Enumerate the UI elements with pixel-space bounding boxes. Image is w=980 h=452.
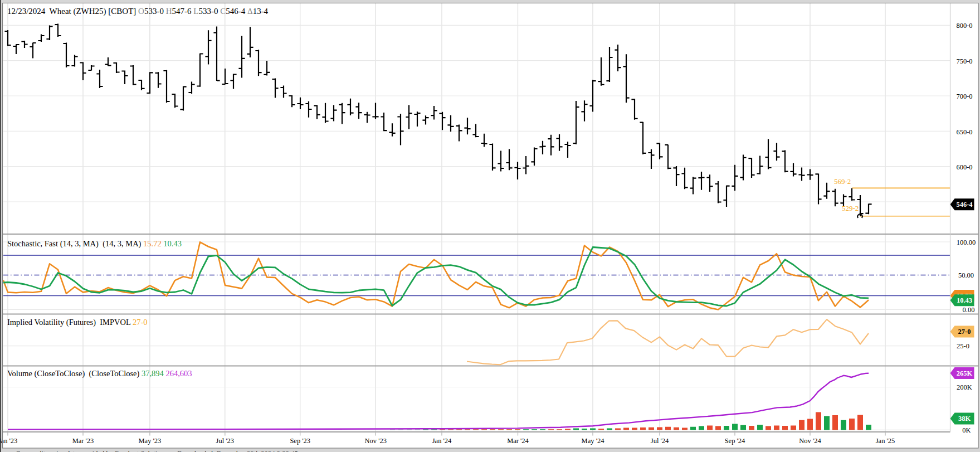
svg-text:800-0: 800-0	[956, 22, 972, 30]
svg-text:0.00: 0.00	[963, 306, 975, 314]
svg-text:Implied Volatility (Futures): Implied Volatility (Futures) IMPVOL 27-0	[7, 318, 147, 327]
svg-text:Mar '23: Mar '23	[72, 437, 94, 445]
svg-text:Nov '24: Nov '24	[799, 437, 821, 445]
svg-text:Jul '24: Jul '24	[651, 437, 669, 445]
svg-text:650-0: 650-0	[956, 128, 972, 136]
svg-text:0K: 0K	[962, 426, 971, 434]
svg-text:May '24: May '24	[582, 437, 605, 445]
svg-text:10.43: 10.43	[957, 297, 972, 304]
svg-text:529-2: 529-2	[842, 204, 859, 212]
svg-text:50.00: 50.00	[958, 271, 974, 279]
svg-text:Jul '23: Jul '23	[216, 437, 234, 445]
svg-text:38K: 38K	[958, 415, 971, 422]
svg-text:546-4: 546-4	[956, 201, 973, 208]
svg-text:Stochastic, Fast (14, 3, MA): Stochastic, Fast (14, 3, MA) (14, 3, MA)…	[7, 239, 182, 249]
svg-text:Nov '23: Nov '23	[364, 437, 386, 445]
svg-text:Jan '24: Jan '24	[432, 437, 452, 445]
svg-text:Mar '24: Mar '24	[507, 437, 529, 445]
svg-text:May '23: May '23	[139, 437, 162, 445]
svg-text:Sep '24: Sep '24	[725, 437, 745, 445]
svg-text:750-0: 750-0	[956, 57, 972, 65]
svg-text:Jan '25: Jan '25	[876, 437, 895, 445]
svg-text:Commodity price data provided: Commodity price data provided by Barchar…	[16, 450, 298, 452]
svg-text:12/23/2024 Wheat (ZWH25) [CBO: 12/23/2024 Wheat (ZWH25) [CBOT] O533-0 H…	[7, 7, 269, 16]
svg-text:200K: 200K	[957, 383, 972, 391]
svg-text:27-0: 27-0	[958, 328, 971, 336]
svg-text:25-0: 25-0	[957, 342, 969, 350]
svg-text:100.00: 100.00	[957, 239, 976, 246]
svg-text:Sep '23: Sep '23	[290, 437, 310, 445]
svg-text:Volume (CloseToClose) (CloseT: Volume (CloseToClose) (CloseToClose) 37,…	[7, 369, 192, 378]
svg-text:700-0: 700-0	[956, 93, 972, 100]
svg-text:600-0: 600-0	[956, 163, 972, 171]
svg-text:569-2: 569-2	[834, 177, 851, 186]
svg-text:265K: 265K	[957, 370, 973, 377]
